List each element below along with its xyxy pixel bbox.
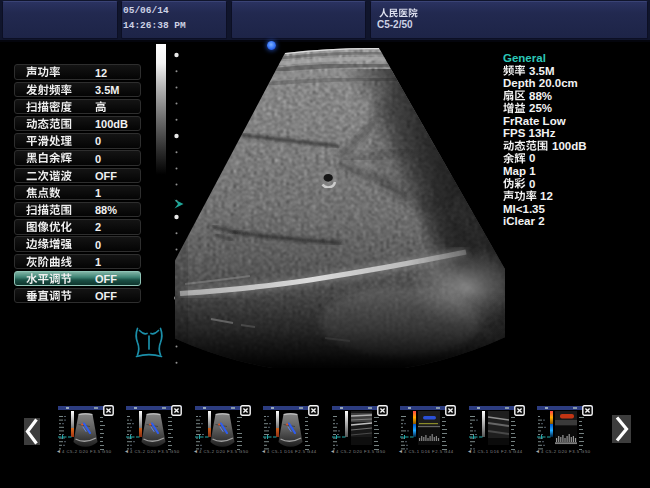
svg-text:◄: ◄ [467,448,472,454]
svg-text:12: 12 [540,190,553,202]
svg-text:FPS 13Hz: FPS 13Hz [503,127,556,139]
svg-text:4 C5-2 D20 F3.5 G50: 4 C5-2 D20 F3.5 G50 [199,449,249,454]
svg-text:4 C5-2 D20 F3.5 G50: 4 C5-2 D20 F3.5 G50 [130,449,180,454]
svg-text:◄: ◄ [330,448,335,454]
svg-text:iClear 2: iClear 2 [503,215,545,227]
svg-text:0: 0 [529,178,535,190]
svg-text:General: General [503,52,546,64]
svg-text:4 C5-1 D16 F2.5 G44: 4 C5-1 D16 F2.5 G44 [404,449,454,454]
svg-text:◄: ◄ [56,448,61,454]
svg-text:◄: ◄ [535,448,540,454]
svg-text:4 C5-1 D16 F2.5 G44: 4 C5-1 D16 F2.5 G44 [267,449,317,454]
svg-text:3.5M: 3.5M [529,65,555,77]
svg-text:FrRate Low: FrRate Low [503,115,566,127]
svg-text:4 C5-1 D16 F2.5 G44: 4 C5-1 D16 F2.5 G44 [473,449,523,454]
svg-text:Depth 20.0cm: Depth 20.0cm [503,77,578,89]
svg-text:0: 0 [529,152,535,164]
svg-text:◄: ◄ [261,448,266,454]
svg-text:MI<1.35: MI<1.35 [503,203,545,215]
svg-text:◄: ◄ [124,448,129,454]
svg-text:25%: 25% [529,102,552,114]
svg-text:◄: ◄ [193,448,198,454]
svg-text:88%: 88% [529,90,552,102]
svg-text:Map 1: Map 1 [503,165,536,177]
svg-text:4 C5-2 D20 F3.5 G50: 4 C5-2 D20 F3.5 G50 [336,449,386,454]
svg-text:4 C5-2 D20 F3.5 G50: 4 C5-2 D20 F3.5 G50 [541,449,591,454]
svg-text:100dB: 100dB [552,140,587,152]
svg-text:4 C5-2 D20 F3.5 G50: 4 C5-2 D20 F3.5 G50 [62,449,112,454]
svg-text:◄: ◄ [398,448,403,454]
